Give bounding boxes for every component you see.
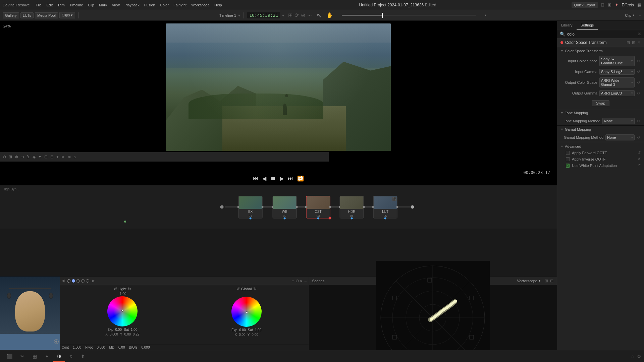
- quick-export-button[interactable]: Quick Export: [572, 2, 598, 8]
- output-gamma-dropdown[interactable]: ARRI LogC3 ▾: [599, 90, 635, 96]
- node-ex[interactable]: EX 01: [238, 196, 263, 218]
- light-x-val[interactable]: 0.000: [110, 333, 118, 336]
- global-sat-value[interactable]: 1.00: [255, 328, 261, 332]
- input-cs-reset[interactable]: ↺: [636, 59, 641, 63]
- menu-fairlight[interactable]: Fairlight: [171, 2, 189, 8]
- scopes-layout-icon[interactable]: ⊞: [545, 279, 548, 283]
- effects-icon[interactable]: ✦: [615, 2, 619, 7]
- global-y-val[interactable]: 0.00: [252, 333, 258, 337]
- menu-trim[interactable]: Trim: [55, 2, 67, 8]
- effect-close-icon[interactable]: ✕: [637, 40, 641, 45]
- scopes-type-selector[interactable]: Vectorscope ▾: [517, 279, 541, 283]
- light-sat-value[interactable]: 1.00: [131, 328, 137, 331]
- search-input[interactable]: [567, 32, 636, 37]
- media-pool-button[interactable]: Media Pool: [35, 12, 58, 18]
- menu-color[interactable]: Color: [158, 2, 171, 8]
- apply-inverse-ootf-reset[interactable]: ↺: [638, 157, 641, 161]
- color-dot-1[interactable]: [67, 279, 70, 283]
- add-btn[interactable]: +: [292, 279, 294, 283]
- color-tool-9[interactable]: ⊟: [50, 155, 54, 159]
- ws-home-icon[interactable]: ⌂: [632, 354, 634, 359]
- gamut-mapping-method-dropdown[interactable]: None ▾: [605, 134, 635, 140]
- gallery-button[interactable]: Gallery: [3, 12, 19, 18]
- global-x-val[interactable]: 0.00: [239, 333, 245, 337]
- light-y-val[interactable]: 0.00: [124, 333, 131, 336]
- ws-tab-color[interactable]: ◑: [53, 350, 65, 362]
- search-clear-button[interactable]: ✕: [638, 32, 641, 37]
- swap-button[interactable]: Swap: [592, 100, 610, 106]
- step-back-button[interactable]: ◀: [262, 175, 266, 182]
- luts-button[interactable]: LUTs: [20, 12, 34, 18]
- output-cs-dropdown[interactable]: ARRI Wide Gamut 3 ▾: [599, 77, 635, 87]
- timeline-arrow[interactable]: ▾: [238, 13, 240, 18]
- ws-tab-cut[interactable]: ✂: [16, 350, 29, 362]
- library-tab[interactable]: Library: [557, 21, 577, 30]
- input-gamma-reset[interactable]: ↺: [636, 69, 641, 74]
- color-tool-4[interactable]: ⊸: [21, 155, 24, 159]
- color-tool-12[interactable]: ⊲: [67, 155, 71, 159]
- use-white-point-reset[interactable]: ↺: [638, 163, 641, 168]
- color-tool-8[interactable]: ⊡: [44, 155, 48, 159]
- global-set-icon[interactable]: ↻: [253, 287, 257, 291]
- input-cs-dropdown[interactable]: Sony S-Gamut3.Cine ▾: [599, 56, 635, 66]
- light-color-wheel[interactable]: [107, 296, 138, 326]
- color-prev-arrow[interactable]: ◀: [62, 279, 64, 283]
- output-gamma-reset[interactable]: ↺: [636, 91, 641, 96]
- hand-tool[interactable]: ✋: [326, 12, 333, 18]
- menu-mark[interactable]: Mark: [97, 2, 109, 8]
- toolbar-more[interactable]: ···: [637, 13, 641, 18]
- color-dot-2[interactable]: [72, 279, 75, 283]
- ws-tab-fairlight[interactable]: ♫: [65, 350, 77, 362]
- cont-value[interactable]: 1.000: [73, 346, 81, 349]
- color-dot-4[interactable]: [81, 279, 85, 283]
- toolbar-icon-2[interactable]: ⟳: [294, 12, 299, 18]
- cst-section-header[interactable]: ▼ Color Space Transform: [557, 47, 644, 55]
- color-tool-7[interactable]: ✦: [38, 155, 42, 159]
- sync-btn[interactable]: ⊙: [296, 279, 299, 283]
- input-gamma-dropdown[interactable]: Sony S-Log3 ▾: [599, 69, 635, 75]
- stop-button[interactable]: ⏹: [270, 176, 276, 182]
- ws-tab-media[interactable]: ⬛: [3, 350, 16, 362]
- color-tool-10[interactable]: ⌖: [56, 155, 59, 159]
- timeline-icon[interactable]: ⊟: [601, 2, 604, 7]
- clips-button[interactable]: Clips ▾: [59, 12, 75, 18]
- node-cst[interactable]: CST 03: [306, 196, 330, 218]
- timeline-scrubber[interactable]: [342, 15, 476, 16]
- toolbar-icon-4[interactable]: ···: [307, 12, 312, 18]
- apply-forward-ootf-reset[interactable]: ↺: [638, 150, 641, 155]
- output-cs-reset[interactable]: ↺: [636, 80, 641, 85]
- node-wb[interactable]: WB 02: [273, 196, 297, 218]
- tone-mapping-reset[interactable]: ↺: [636, 119, 641, 123]
- light-set-icon[interactable]: ↻: [128, 287, 131, 291]
- color-tool-1[interactable]: ⊙: [3, 155, 6, 159]
- ws-tab-edit[interactable]: ▦: [29, 350, 41, 362]
- ws-tab-deliver[interactable]: ⬆: [77, 350, 89, 362]
- menu-playback[interactable]: Playback: [122, 2, 142, 8]
- go-to-start-button[interactable]: ⏮: [253, 176, 258, 182]
- ws-tab-fusion[interactable]: ✦: [41, 350, 53, 362]
- global-reset-icon[interactable]: ↺: [236, 287, 240, 291]
- color-tool-2[interactable]: ⊞: [9, 155, 12, 159]
- menu-fusion[interactable]: Fusion: [142, 2, 157, 8]
- color-next-arrow[interactable]: ▶: [92, 279, 95, 283]
- use-white-point-checkbox[interactable]: ✓: [566, 164, 570, 168]
- play-button[interactable]: ▶: [280, 175, 284, 182]
- menu-help[interactable]: Help: [212, 2, 224, 8]
- go-to-end-button[interactable]: ⏭: [288, 176, 293, 182]
- menu-workspace[interactable]: Workspace: [189, 2, 212, 8]
- menu-view[interactable]: View: [110, 2, 122, 8]
- advanced-header[interactable]: ▼ Advanced: [560, 143, 641, 149]
- tone-mapping-header[interactable]: ▼ Tone Mapping: [557, 109, 644, 117]
- gamut-mapping-header[interactable]: ▼ Gamut Mapping: [557, 126, 644, 133]
- apply-forward-ootf-checkbox[interactable]: [566, 151, 570, 155]
- color-tool-5[interactable]: ⊻: [27, 155, 30, 159]
- apply-inverse-ootf-checkbox[interactable]: [566, 157, 570, 161]
- lightbox-icon[interactable]: ▦: [637, 2, 641, 7]
- global-exp-value[interactable]: 0.00: [239, 328, 246, 332]
- menu-timeline[interactable]: Timeline: [67, 2, 85, 8]
- more-btn[interactable]: ···: [304, 279, 307, 283]
- menu-edit[interactable]: Edit: [44, 2, 55, 8]
- cursor-tool[interactable]: ↖: [317, 12, 322, 19]
- pivot-value[interactable]: 0.000: [97, 346, 105, 349]
- scopes-settings-icon[interactable]: ⊟: [550, 279, 553, 283]
